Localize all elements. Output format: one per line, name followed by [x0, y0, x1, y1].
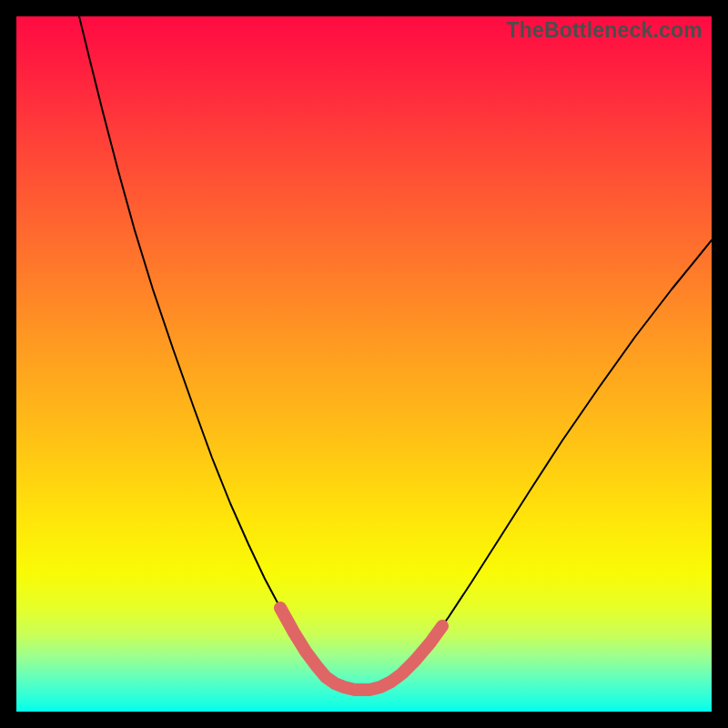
bottleneck-curve-highlight — [280, 608, 442, 690]
chart-frame: TheBottleneck.com — [0, 0, 728, 728]
bottleneck-curve — [79, 16, 712, 690]
plot-area: TheBottleneck.com — [16, 16, 712, 712]
curve-layer — [16, 16, 712, 712]
